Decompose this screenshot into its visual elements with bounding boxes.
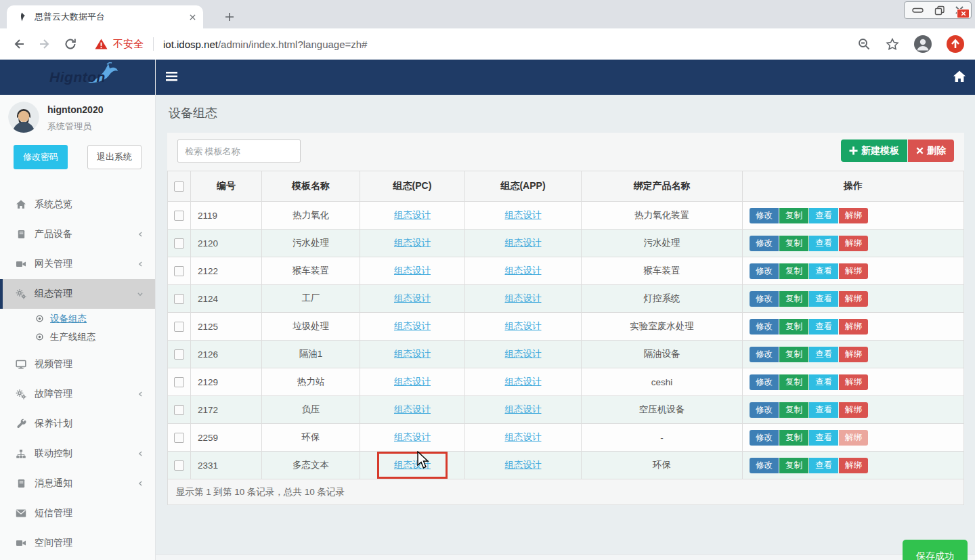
sidebar-item-video-management[interactable]: 视频管理 (0, 349, 155, 379)
sidebar-item-maintenance-plan[interactable]: 保养计划 (0, 409, 155, 439)
row-checkbox[interactable] (174, 349, 184, 360)
sidebar-item-device-configuration[interactable]: 设备组态 (0, 309, 155, 328)
sidebar-item-system-overview[interactable]: 系统总览 (0, 190, 155, 219)
sidebar-item-production-line-configuration[interactable]: 生产线组态 (0, 328, 155, 346)
window-minimize-button[interactable] (911, 6, 925, 14)
change-password-button[interactable]: 修改密码 (14, 145, 68, 169)
pc-config-link[interactable]: 组态设计 (394, 404, 431, 414)
sidebar-item-message-notification[interactable]: 消息通知 (0, 469, 155, 498)
app-config-link[interactable]: 组态设计 (505, 238, 542, 248)
pc-config-link[interactable]: 组态设计 (394, 293, 431, 303)
tab-close-icon[interactable] (188, 12, 198, 22)
search-input[interactable] (177, 139, 301, 163)
modify-button[interactable]: 修改 (750, 374, 779, 390)
row-checkbox[interactable] (174, 238, 184, 249)
row-checkbox[interactable] (174, 294, 184, 304)
copy-button[interactable]: 复制 (779, 458, 808, 473)
unbind-button[interactable]: 解绑 (839, 291, 868, 307)
copy-button[interactable]: 复制 (779, 347, 808, 362)
modify-button[interactable]: 修改 (750, 347, 779, 362)
unbind-button[interactable]: 解绑 (839, 430, 868, 446)
app-config-link[interactable]: 组态设计 (505, 349, 542, 359)
sidebar-item-fault-management[interactable]: 故障管理 (0, 379, 155, 409)
unbind-button[interactable]: 解绑 (839, 402, 868, 418)
logout-button[interactable]: 退出系统 (87, 145, 142, 169)
remote-close-icon[interactable] (957, 9, 970, 18)
back-button[interactable] (12, 37, 26, 51)
pc-config-link[interactable]: 组态设计 (394, 321, 431, 331)
view-button[interactable]: 查看 (809, 347, 838, 362)
pc-config-link[interactable]: 组态设计 (394, 265, 431, 276)
unbind-button[interactable]: 解绑 (839, 208, 868, 223)
new-template-button[interactable]: 新建模板 (841, 139, 907, 162)
view-button[interactable]: 查看 (809, 208, 838, 223)
app-config-link[interactable]: 组态设计 (505, 376, 542, 387)
modify-button[interactable]: 修改 (750, 430, 779, 446)
app-config-link[interactable]: 组态设计 (505, 210, 542, 220)
window-restore-button[interactable] (934, 5, 945, 16)
home-icon[interactable] (953, 70, 966, 83)
select-all-checkbox[interactable] (174, 181, 184, 192)
view-button[interactable]: 查看 (809, 263, 838, 279)
view-button[interactable]: 查看 (809, 430, 838, 446)
pc-config-link[interactable]: 组态设计 (394, 349, 431, 359)
app-config-link[interactable]: 组态设计 (505, 265, 542, 276)
sidebar-item-linkage-control[interactable]: 联动控制 (0, 439, 155, 469)
view-button[interactable]: 查看 (809, 236, 838, 251)
row-checkbox[interactable] (174, 266, 184, 276)
row-checkbox[interactable] (174, 377, 184, 387)
app-config-link[interactable]: 组态设计 (505, 293, 542, 303)
copy-button[interactable]: 复制 (779, 402, 808, 418)
sidebar-item-gateway-management[interactable]: 网关管理 (0, 249, 155, 279)
copy-button[interactable]: 复制 (779, 263, 808, 279)
unbind-button[interactable]: 解绑 (839, 458, 868, 473)
row-checkbox[interactable] (174, 405, 184, 415)
profile-avatar-icon[interactable] (914, 35, 932, 53)
copy-button[interactable]: 复制 (779, 430, 808, 446)
unbind-button[interactable]: 解绑 (839, 347, 868, 362)
view-button[interactable]: 查看 (809, 458, 838, 473)
row-checkbox[interactable] (174, 211, 184, 221)
pc-config-link[interactable]: 组态设计 (394, 210, 431, 220)
modify-button[interactable]: 修改 (750, 319, 779, 335)
copy-button[interactable]: 复制 (779, 319, 808, 335)
browser-update-icon[interactable] (947, 35, 964, 53)
copy-button[interactable]: 复制 (779, 208, 808, 223)
window-close-button[interactable] (955, 5, 964, 15)
hamburger-menu-icon[interactable] (165, 70, 179, 83)
new-tab-button[interactable] (221, 8, 238, 26)
modify-button[interactable]: 修改 (750, 263, 779, 279)
bookmark-star-icon[interactable] (886, 37, 899, 51)
copy-button[interactable]: 复制 (779, 291, 808, 307)
modify-button[interactable]: 修改 (750, 208, 779, 223)
modify-button[interactable]: 修改 (750, 458, 779, 473)
app-config-link[interactable]: 组态设计 (505, 460, 542, 470)
view-button[interactable]: 查看 (809, 291, 838, 307)
row-checkbox[interactable] (174, 322, 184, 332)
reload-button[interactable] (64, 37, 77, 51)
unbind-button[interactable]: 解绑 (839, 374, 868, 390)
pc-config-link[interactable]: 组态设计 (394, 432, 431, 442)
app-config-link[interactable]: 组态设计 (505, 321, 542, 331)
row-checkbox[interactable] (174, 433, 184, 443)
view-button[interactable]: 查看 (809, 402, 838, 418)
row-checkbox[interactable] (174, 460, 184, 471)
view-button[interactable]: 查看 (809, 319, 838, 335)
app-config-link[interactable]: 组态设计 (505, 432, 542, 442)
zoom-out-icon[interactable] (857, 37, 871, 51)
copy-button[interactable]: 复制 (779, 374, 808, 390)
delete-button[interactable]: 删除 (908, 139, 954, 162)
unbind-button[interactable]: 解绑 (839, 263, 868, 279)
app-config-link[interactable]: 组态设计 (505, 404, 542, 414)
pc-config-link[interactable]: 组态设计 (394, 376, 431, 387)
sidebar-item-configuration-management[interactable]: 组态管理 (0, 279, 155, 309)
sidebar-item-space-management[interactable]: 空间管理 (0, 528, 155, 558)
unbind-button[interactable]: 解绑 (839, 319, 868, 335)
forward-button[interactable] (38, 37, 51, 51)
modify-button[interactable]: 修改 (750, 236, 779, 251)
sidebar-item-product-device[interactable]: 产品设备 (0, 219, 155, 249)
copy-button[interactable]: 复制 (779, 236, 808, 251)
modify-button[interactable]: 修改 (750, 402, 779, 418)
sidebar-item-sms-management[interactable]: 短信管理 (0, 498, 155, 528)
unbind-button[interactable]: 解绑 (839, 236, 868, 251)
